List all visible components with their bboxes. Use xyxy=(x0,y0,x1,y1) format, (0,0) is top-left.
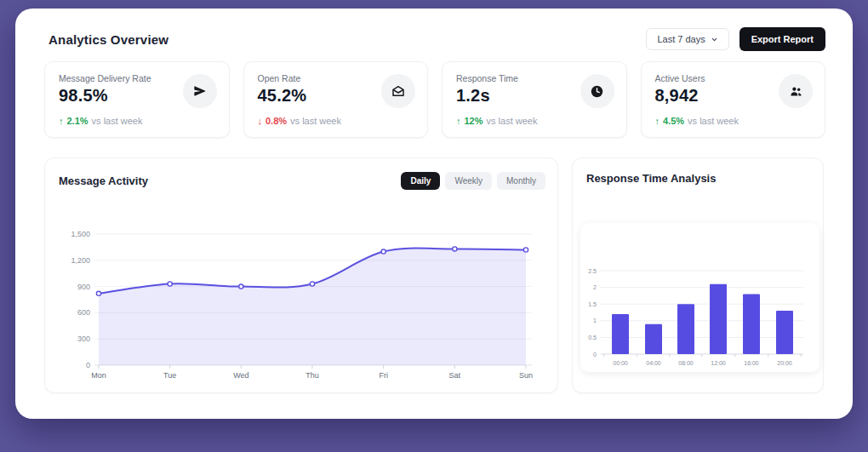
chevron-down-icon xyxy=(711,36,718,43)
clock-icon xyxy=(580,74,614,108)
svg-text:Thu: Thu xyxy=(306,371,319,380)
delta-caption: vs last week xyxy=(92,116,143,126)
users-icon xyxy=(779,74,813,108)
date-range-label: Last 7 days xyxy=(657,34,705,44)
svg-text:16:00: 16:00 xyxy=(744,360,759,366)
svg-text:Mon: Mon xyxy=(91,371,106,380)
send-icon xyxy=(183,74,217,108)
svg-text:Sun: Sun xyxy=(519,371,533,380)
svg-text:Tue: Tue xyxy=(163,371,176,380)
svg-text:2.5: 2.5 xyxy=(588,268,597,274)
date-range-dropdown[interactable]: Last 7 days xyxy=(646,28,728,50)
tab-monthly[interactable]: Monthly xyxy=(497,172,545,190)
message-activity-chart: 03006009001,2001,500MonTueWedThuFriSatSu… xyxy=(45,213,559,387)
message-activity-title: Message Activity xyxy=(59,175,148,187)
svg-text:300: 300 xyxy=(77,335,90,343)
delta-percent: 12% xyxy=(465,116,483,126)
svg-text:00:00: 00:00 xyxy=(613,360,628,366)
stats-row: Message Delivery Rate 98.5% ↑2.1% vs las… xyxy=(44,61,825,138)
svg-text:08:00: 08:00 xyxy=(678,360,694,366)
stat-delta: ↓0.8% vs last week xyxy=(258,116,342,126)
svg-text:20:00: 20:00 xyxy=(777,360,792,366)
app-window: Analytics Overview Last 7 days Export Re… xyxy=(15,9,853,419)
charts-row: Message Activity Daily Weekly Monthly 03… xyxy=(44,157,824,393)
page-title: Analytics Overview xyxy=(49,32,168,47)
message-activity-head: Message Activity Daily Weekly Monthly xyxy=(59,172,545,190)
header-controls: Last 7 days Export Report xyxy=(646,27,825,51)
svg-text:1,200: 1,200 xyxy=(71,256,90,265)
svg-text:Wed: Wed xyxy=(233,371,248,380)
svg-text:2: 2 xyxy=(593,284,597,290)
trend-up-icon: ↑ xyxy=(655,116,660,126)
stat-card-delivery-rate: Message Delivery Rate 98.5% ↑2.1% vs las… xyxy=(44,61,230,138)
svg-text:Fri: Fri xyxy=(379,371,388,380)
stat-card-response-time: Response Time 1.2s ↑12% vs last week xyxy=(442,61,627,138)
trend-up-icon: ↑ xyxy=(456,116,461,126)
stat-delta: ↑4.5% vs last week xyxy=(655,116,740,126)
svg-text:900: 900 xyxy=(77,283,90,291)
svg-text:0.5: 0.5 xyxy=(588,335,597,340)
mail-open-icon xyxy=(381,74,415,108)
svg-text:1,500: 1,500 xyxy=(71,230,90,238)
header: Analytics Overview Last 7 days Export Re… xyxy=(49,26,825,53)
response-time-chart: 00.511.522.500:0004:0008:0012:0016:0020:… xyxy=(580,223,819,372)
svg-text:1: 1 xyxy=(593,318,597,323)
svg-text:600: 600 xyxy=(77,308,90,317)
export-report-button[interactable]: Export Report xyxy=(740,27,825,51)
delta-caption: vs last week xyxy=(688,116,739,126)
svg-text:Sat: Sat xyxy=(449,371,461,380)
svg-text:1.5: 1.5 xyxy=(588,301,597,307)
tab-daily[interactable]: Daily xyxy=(401,172,440,190)
delta-percent: 0.8% xyxy=(266,116,287,126)
response-time-head: Response Time Analysis xyxy=(586,172,811,185)
trend-up-icon: ↑ xyxy=(59,116,64,126)
svg-text:12:00: 12:00 xyxy=(711,360,726,366)
delta-caption: vs last week xyxy=(487,116,538,126)
response-time-title: Response Time Analysis xyxy=(586,172,716,185)
stat-card-open-rate: Open Rate 45.2% ↓0.8% vs last week xyxy=(243,61,429,138)
tab-weekly[interactable]: Weekly xyxy=(445,172,492,190)
svg-text:0: 0 xyxy=(593,352,597,358)
response-time-chart-panel: 00.511.522.500:0004:0008:0012:0016:0020:… xyxy=(580,223,819,372)
delta-percent: 4.5% xyxy=(663,116,684,126)
period-tabs: Daily Weekly Monthly xyxy=(401,172,545,190)
stat-card-active-users: Active Users 8,942 ↑4.5% vs last week xyxy=(641,61,826,138)
dashboard-background: { "header": { "title": "Analytics Overvi… xyxy=(0,0,868,452)
svg-text:0: 0 xyxy=(86,361,90,369)
response-time-card: Response Time Analysis 00.511.522.500:00… xyxy=(572,157,824,393)
svg-text:04:00: 04:00 xyxy=(646,360,661,366)
delta-percent: 2.1% xyxy=(67,116,89,126)
stat-delta: ↑12% vs last week xyxy=(456,116,537,126)
delta-caption: vs last week xyxy=(290,116,341,126)
message-activity-card: Message Activity Daily Weekly Monthly 03… xyxy=(44,157,558,393)
trend-down-icon: ↓ xyxy=(258,116,263,126)
stat-delta: ↑2.1% vs last week xyxy=(59,116,143,126)
